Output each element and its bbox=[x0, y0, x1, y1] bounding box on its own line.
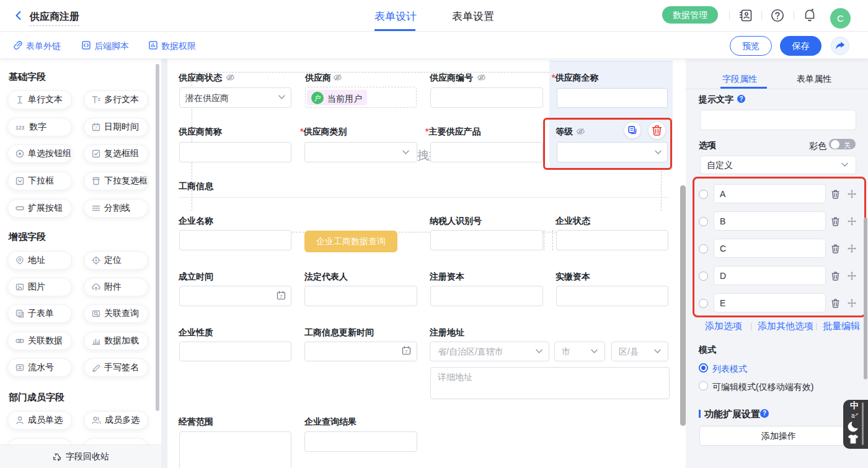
svg-text:123: 123 bbox=[16, 125, 24, 131]
svg-text:7: 7 bbox=[95, 126, 97, 130]
svg-text:7: 7 bbox=[280, 294, 282, 299]
svg-text:7: 7 bbox=[405, 350, 407, 354]
